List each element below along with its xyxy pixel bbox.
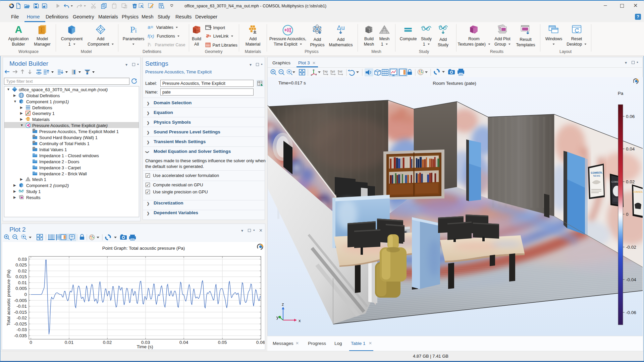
svg-text:0.04: 0.04 <box>626 146 635 152</box>
svg-text:A: A <box>15 24 22 35</box>
svg-text:yz: yz <box>332 69 335 73</box>
svg-text:-0.02: -0.02 <box>16 315 27 320</box>
svg-text:z: z <box>282 302 284 307</box>
svg-text:0.03: 0.03 <box>18 257 27 262</box>
svg-text:-0.04: -0.04 <box>626 277 636 282</box>
svg-text:Δu: Δu <box>337 24 345 31</box>
svg-text:0: 0 <box>24 292 27 297</box>
svg-text:y: y <box>276 315 279 320</box>
svg-text:0.01: 0.01 <box>18 280 27 285</box>
svg-text:Total acoustic pressure (Pa): Total acoustic pressure (Pa) <box>6 269 11 325</box>
svg-text:0.025: 0.025 <box>15 262 27 267</box>
svg-text:-0.025: -0.025 <box>14 321 27 326</box>
svg-text:Pa: Pa <box>618 91 624 96</box>
svg-text:0.06: 0.06 <box>626 114 635 119</box>
svg-text:COMSOL: COMSOL <box>633 191 643 193</box>
svg-text:Pi: Pi <box>130 25 137 35</box>
svg-text:-0.01: -0.01 <box>16 304 27 309</box>
svg-text:a=: a= <box>148 25 153 30</box>
svg-text:0.04: 0.04 <box>179 340 189 345</box>
svg-text:0.06: 0.06 <box>256 340 265 345</box>
svg-text:xy: xy <box>325 69 328 73</box>
svg-text:D: D <box>33 141 35 143</box>
svg-text:x: x <box>299 318 301 323</box>
svg-text:Time (s): Time (s) <box>137 344 153 349</box>
svg-text:D: D <box>33 135 35 137</box>
svg-text:0.02: 0.02 <box>103 340 112 345</box>
svg-text:xz: xz <box>339 69 343 73</box>
svg-text:COMSOL: COMSOL <box>591 171 603 174</box>
svg-text:D: D <box>33 129 35 131</box>
svg-text:-0.02: -0.02 <box>626 245 636 250</box>
svg-text:0.015: 0.015 <box>15 274 27 279</box>
svg-text:f(x): f(x) <box>148 34 154 39</box>
svg-text:-0.03: -0.03 <box>16 327 27 332</box>
svg-text:0.01: 0.01 <box>65 340 73 345</box>
svg-text:-0.06: -0.06 <box>626 310 636 315</box>
svg-text:NEWS: NEWS <box>593 175 600 177</box>
svg-text:0: 0 <box>626 212 629 217</box>
svg-text:-0.015: -0.015 <box>14 310 27 315</box>
svg-text:0.005: 0.005 <box>15 286 27 291</box>
svg-text:-0.005: -0.005 <box>14 298 27 303</box>
svg-text:0: 0 <box>30 340 32 345</box>
svg-text:-0.035: -0.035 <box>14 333 27 338</box>
svg-text:Point Graph: Total acoustic pr: Point Graph: Total acoustic pressure (Pa… <box>102 246 185 251</box>
svg-text:0.05: 0.05 <box>218 340 227 345</box>
svg-text:0.02: 0.02 <box>18 268 27 274</box>
svg-text:0.02: 0.02 <box>626 179 635 184</box>
svg-text:D: D <box>33 147 35 149</box>
svg-text:Pi: Pi <box>148 42 151 47</box>
